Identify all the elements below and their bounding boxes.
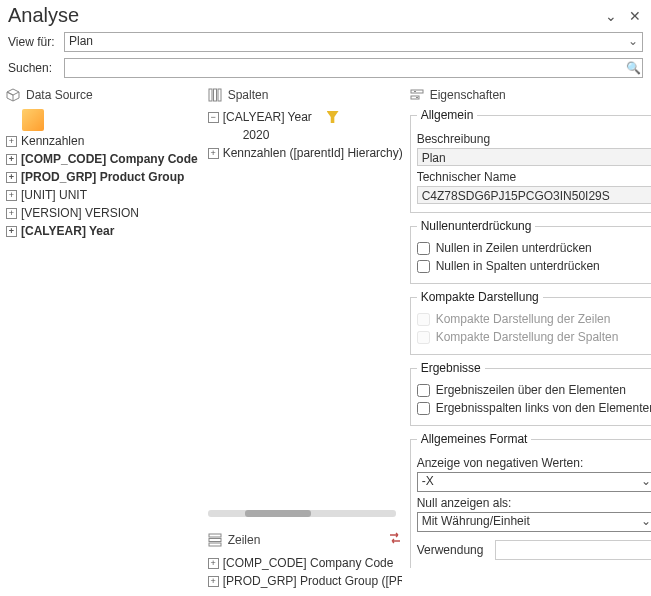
filter-icon <box>327 111 339 123</box>
spalten-item-calyear[interactable]: −[CALYEAR] Year <box>208 108 402 126</box>
expand-icon[interactable]: + <box>6 136 17 147</box>
kompakt-spalten-row: Kompakte Darstellung der Spalten <box>417 328 651 346</box>
search-icon[interactable]: 🔍 <box>624 61 642 75</box>
technischer-label: Technischer Name <box>417 170 651 184</box>
columns-icon <box>208 88 222 102</box>
horizontal-scrollbar[interactable] <box>208 510 396 517</box>
nullen-legend: Nullenunterdrückung <box>417 219 536 233</box>
spalten-header: Spalten <box>208 85 402 108</box>
suchen-row: Suchen: 🔍 <box>0 55 651 81</box>
nullen-spalten-row[interactable]: Nullen in Spalten unterdrücken <box>417 257 651 275</box>
ergebnisse-group: Ergebnisse Ergebniszeilen über den Eleme… <box>410 361 651 426</box>
ds-item-prodgrp[interactable]: +[PROD_GRP] Product Group <box>6 168 198 186</box>
title-bar: Analyse ⌄ ✕ <box>0 0 651 29</box>
spalten-title: Spalten <box>228 88 269 102</box>
format-group: Allgemeines Format Anzeige von negativen… <box>410 432 651 568</box>
null-label: Null anzeigen als: <box>417 496 651 510</box>
svg-rect-2 <box>218 89 221 101</box>
search-box: 🔍 <box>64 58 643 78</box>
eigenschaften-title: Eigenschaften <box>430 88 506 102</box>
ds-item-kennzahlen[interactable]: +Kennzahlen <box>6 132 198 150</box>
zeilen-title: Zeilen <box>228 533 261 547</box>
middle-panel: Spalten −[CALYEAR] Year 2020 +Kennzahlen… <box>204 85 406 590</box>
allgemein-legend: Allgemein <box>417 108 478 122</box>
window-title: Analyse <box>8 4 79 27</box>
beschreibung-value: Plan <box>417 148 651 166</box>
suchen-label: Suchen: <box>8 61 58 75</box>
nullen-group: Nullenunterdrückung Nullen in Zeilen unt… <box>410 219 651 284</box>
kompakt-group: Kompakte Darstellung Kompakte Darstellun… <box>410 290 651 355</box>
eigenschaften-panel: Eigenschaften Allgemein Beschreibung Pla… <box>406 85 651 590</box>
erg-spalten-row[interactable]: Ergebnisspalten links von den Elementen <box>417 399 651 417</box>
rows-icon <box>208 533 222 547</box>
close-icon[interactable]: ✕ <box>629 8 641 24</box>
beschreibung-label: Beschreibung <box>417 132 651 146</box>
eigenschaften-header: Eigenschaften <box>410 85 651 108</box>
expand-icon[interactable]: + <box>6 154 17 165</box>
properties-icon <box>410 88 424 102</box>
minimize-icon[interactable]: ⌄ <box>605 8 617 24</box>
datasource-cube[interactable] <box>6 108 198 132</box>
ds-item-calyear[interactable]: +[CALYEAR] Year <box>6 222 198 240</box>
svg-rect-9 <box>416 97 418 98</box>
zeilen-header: Zeilen <box>208 528 402 554</box>
expand-icon[interactable]: + <box>6 190 17 201</box>
expand-icon[interactable]: + <box>208 558 219 569</box>
datasource-title: Data Source <box>26 88 93 102</box>
spalten-item-2020[interactable]: 2020 <box>228 126 402 144</box>
svg-rect-6 <box>411 90 423 93</box>
leaf-icon <box>228 130 239 141</box>
zeilen-item-prodgrp[interactable]: +[PROD_GRP] Product Group ([PROD_G <box>208 572 402 590</box>
expand-icon[interactable]: + <box>6 208 17 219</box>
svg-rect-4 <box>209 538 221 541</box>
erg-spalten-checkbox[interactable] <box>417 402 430 415</box>
kompakt-legend: Kompakte Darstellung <box>417 290 543 304</box>
analyse-window: Analyse ⌄ ✕ View für: Plan Suchen: 🔍 Dat… <box>0 0 651 596</box>
datasource-header: Data Source <box>6 85 198 108</box>
search-input[interactable] <box>65 60 624 76</box>
ds-item-version[interactable]: +[VERSION] VERSION <box>6 204 198 222</box>
neg-label: Anzeige von negativen Werten: <box>417 456 651 470</box>
svg-rect-5 <box>209 543 221 546</box>
expand-icon[interactable]: + <box>6 226 17 237</box>
ergebnisse-legend: Ergebnisse <box>417 361 485 375</box>
nullen-zeilen-checkbox[interactable] <box>417 242 430 255</box>
spalten-item-kennzahlen[interactable]: +Kennzahlen ([parentId] Hierarchy) <box>208 144 402 162</box>
nullen-spalten-checkbox[interactable] <box>417 260 430 273</box>
expand-icon[interactable]: + <box>208 576 219 587</box>
viewfuer-dropdown[interactable]: Plan <box>64 32 643 52</box>
technischer-value: C4Z78SDG6PJ15PCGO3IN50I29S <box>417 186 651 204</box>
ds-item-unit[interactable]: +[UNIT] UNIT <box>6 186 198 204</box>
neg-dropdown[interactable]: -X <box>417 472 651 492</box>
ds-item-compcode[interactable]: +[COMP_CODE] Company Code <box>6 150 198 168</box>
svg-rect-3 <box>209 534 221 537</box>
expand-icon[interactable]: + <box>6 172 17 183</box>
verwendung-field[interactable] <box>495 540 651 560</box>
kompakt-zeilen-checkbox <box>417 313 430 326</box>
nullen-zeilen-row[interactable]: Nullen in Zeilen unterdrücken <box>417 239 651 257</box>
format-legend: Allgemeines Format <box>417 432 532 446</box>
erg-zeilen-row[interactable]: Ergebniszeilen über den Elementen <box>417 381 651 399</box>
swap-axes-button[interactable] <box>388 531 402 548</box>
verwendung-label: Verwendung <box>417 543 484 557</box>
viewfuer-row: View für: Plan <box>0 29 651 55</box>
collapse-icon[interactable]: − <box>208 112 219 123</box>
null-dropdown[interactable]: Mit Währung/Einheit <box>417 512 651 532</box>
svg-rect-1 <box>213 89 216 101</box>
svg-rect-0 <box>209 89 212 101</box>
zeilen-item-compcode[interactable]: +[COMP_CODE] Company Code <box>208 554 402 572</box>
kompakt-spalten-checkbox <box>417 331 430 344</box>
expand-icon[interactable]: + <box>208 148 219 159</box>
viewfuer-label: View für: <box>8 35 58 49</box>
svg-rect-8 <box>414 91 416 92</box>
datasource-panel: Data Source +Kennzahlen +[COMP_CODE] Com… <box>6 85 204 590</box>
allgemein-group: Allgemein Beschreibung Plan Technischer … <box>410 108 651 213</box>
erg-zeilen-checkbox[interactable] <box>417 384 430 397</box>
cube-outline-icon <box>6 88 20 102</box>
viewfuer-value: Plan <box>69 34 93 48</box>
cube-icon <box>22 109 44 131</box>
kompakt-zeilen-row: Kompakte Darstellung der Zeilen <box>417 310 651 328</box>
